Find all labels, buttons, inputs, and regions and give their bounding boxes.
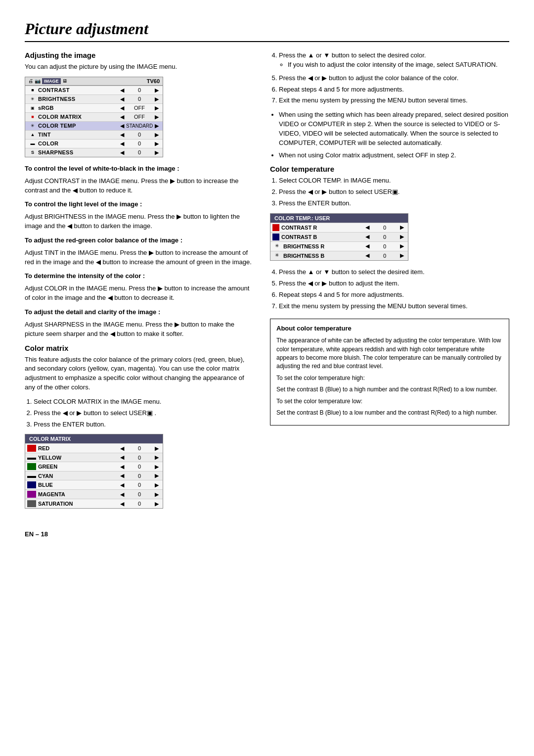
color-right-arrow: ▶: [153, 141, 161, 147]
colormatrix-value: OFF: [126, 114, 153, 120]
ct-br-right: ▶: [398, 243, 406, 249]
cm-row-magenta: MAGENTA ◀ 0 ▶: [25, 489, 163, 499]
cm-saturation-label: SATURATION: [38, 501, 118, 507]
color-matrix-step2: Press the ◀ or ▶ button to select USER▣ …: [34, 409, 252, 418]
cm-magenta-label: MAGENTA: [38, 491, 118, 497]
right-bullets: When using the setting which has been al…: [279, 110, 509, 160]
ct-steps-post: Press the ▲ or ▼ button to select the de…: [279, 268, 509, 311]
ct-step6: Repeat steps 4 and 5 for more adjustment…: [279, 290, 509, 300]
sharpness-value: 0: [126, 149, 153, 155]
about-title: About color temperature: [276, 324, 503, 333]
cm-cyan-label: CYAN: [38, 473, 118, 479]
colortemp-icon: ✳: [27, 123, 38, 128]
about-para1: The appearance of white can be affected …: [276, 336, 503, 371]
srgb-left-arrow: ◀: [118, 105, 126, 111]
contrast-left-arrow: ◀: [118, 87, 126, 94]
ct-brightness-r-label: BRIGHTNESS R: [283, 243, 363, 249]
saturation-swatch: [27, 500, 36, 507]
brightness-icon: ✳: [27, 96, 38, 101]
ct-contrast-r-label: CONTRAST R: [281, 225, 363, 231]
about-color-temp-box: About color temperature The appearance o…: [270, 319, 509, 425]
contrast-section-heading: To control the level of white-to-black i…: [25, 164, 252, 174]
colortemp-value: STANDARD: [126, 123, 153, 129]
right-step5: Press the ◀ or ▶ button to adjust the co…: [279, 74, 509, 83]
cm-yellow-right: ▶: [153, 454, 161, 461]
menu-row-colormatrix: ■ COLOR MATRIX ◀ OFF ▶: [25, 112, 163, 121]
cm-red-label: RED: [38, 445, 118, 451]
color-matrix-heading: Color matrix: [25, 344, 252, 352]
contrast-label: CONTRAST: [38, 87, 118, 93]
ct-step1: Select COLOR TEMP. in IMAGE menu.: [279, 176, 509, 186]
cm-green-label: GREEN: [38, 464, 118, 470]
right-bullet1: When using the setting which has been al…: [279, 110, 509, 147]
contrast-value: 0: [126, 87, 153, 93]
ct-contrast-b-label: CONTRAST B: [281, 234, 363, 240]
color-matrix-step3: Press the ENTER button.: [34, 420, 252, 429]
sharpness-section-body: Adjust SHARPNESS in the IMAGE menu. Pres…: [25, 320, 252, 339]
ct-header: COLOR TEMP.: USER: [270, 214, 408, 223]
brightness-section-heading: To control the light level of the image …: [25, 200, 252, 209]
sharpness-section-heading: To adjust the detail and clarity of the …: [25, 308, 252, 317]
menu-icon-3: IMAGE: [42, 78, 61, 84]
step4-bullets: If you wish to adjust the color intensit…: [288, 60, 509, 70]
cm-sat-right: ▶: [153, 501, 161, 507]
cm-sat-left: ◀: [118, 501, 126, 507]
ct-cr-left: ◀: [363, 224, 371, 231]
tint-right-arrow: ▶: [153, 132, 161, 138]
cm-row-red: RED ◀ 0 ▶: [25, 443, 163, 453]
colormatrix-right-arrow: ▶: [153, 114, 161, 120]
sharpness-icon: S: [27, 150, 38, 155]
menu-row-srgb: ▣ sRGB ◀ OFF ▶: [25, 103, 163, 112]
adjusting-image-intro: You can adjust the picture by using the …: [25, 62, 252, 72]
cm-red-right: ▶: [153, 445, 161, 452]
colormatrix-label: COLOR MATRIX: [38, 114, 118, 120]
cm-cyan-val: 0: [126, 473, 153, 479]
tv-label: TV60: [147, 78, 160, 84]
brightness-value: 0: [126, 96, 153, 102]
cm-magenta-val: 0: [126, 491, 153, 497]
cm-cyan-right: ▶: [153, 472, 161, 479]
right-step6: Repeat steps 4 and 5 for more adjustment…: [279, 85, 509, 94]
right-column: Press the ▲ or ▼ button to select the de…: [270, 51, 509, 516]
about-para3: Set the contrast B (Blue) to a high numb…: [276, 385, 503, 394]
ct-br-left: ◀: [363, 243, 371, 249]
ct-step3: Press the ENTER button.: [279, 199, 509, 208]
menu-row-color: ▬ COLOR ◀ 0 ▶: [25, 139, 163, 148]
brightness-left-arrow: ◀: [118, 96, 126, 102]
right-bullet2: When not using Color matrix adjustment, …: [279, 151, 509, 160]
color-matrix-para1: This feature adjusts the color balance o…: [25, 355, 252, 392]
color-matrix-steps: Select COLOR MATRIX in the IMAGE menu. P…: [34, 397, 252, 429]
ct-cr-val: 0: [371, 225, 398, 231]
colortemp-left-arrow: ◀: [118, 123, 126, 129]
brightness-label: BRIGHTNESS: [38, 96, 118, 102]
ct-cr-right: ▶: [398, 224, 406, 231]
brightness-r-icon: ✳: [272, 243, 281, 250]
menu-row-colortemp: ✳ COLOR TEMP ◀ STANDARD ▶: [25, 121, 163, 130]
ct-row-brightness-b: ✳ BRIGHTNESS B ◀ 0 ▶: [270, 251, 408, 260]
tint-left-arrow: ◀: [118, 132, 126, 138]
cm-row-blue: BLUE ◀ 0 ▶: [25, 480, 163, 489]
brightness-section-body: Adjust BRIGHTNESS in the IMAGE menu. Pre…: [25, 212, 252, 231]
right-step4: Press the ▲ or ▼ button to select the de…: [279, 51, 509, 70]
cm-blue-left: ◀: [118, 482, 126, 488]
red-swatch: [27, 445, 36, 452]
ct-cb-left: ◀: [363, 234, 371, 240]
ct-step2: Press the ◀ or ▶ button to select USER▣.: [279, 188, 509, 197]
menu-row-sharpness: S SHARPNESS ◀ 0 ▶: [25, 148, 163, 157]
cm-sat-val: 0: [126, 501, 153, 507]
contrast-b-icon: [272, 234, 279, 240]
menu-icon-4: 🖥: [62, 78, 67, 84]
ct-bb-val: 0: [371, 253, 398, 259]
color-left-arrow: ◀: [118, 141, 126, 147]
colormatrix-icon: ■: [27, 114, 38, 119]
menu-row-tint: ▲ TINT ◀ 0 ▶: [25, 130, 163, 139]
contrast-r-icon: [272, 224, 279, 231]
color-matrix-step1: Select COLOR MATRIX in the IMAGE menu.: [34, 397, 252, 407]
cm-blue-right: ▶: [153, 482, 161, 488]
srgb-right-arrow: ▶: [153, 105, 161, 111]
cm-green-right: ▶: [153, 464, 161, 470]
tint-icon: ▲: [27, 132, 38, 137]
page-title: Picture adjustment: [25, 20, 509, 42]
tint-label: TINT: [38, 132, 118, 138]
sharpness-label: SHARPNESS: [38, 149, 118, 155]
